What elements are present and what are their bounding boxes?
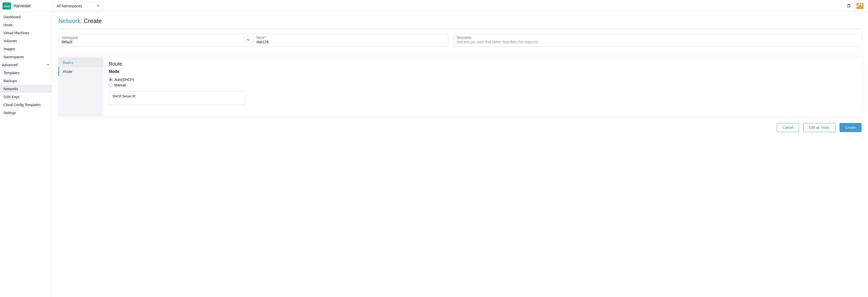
main-layout: Dashboard Hosts Virtual Machines Volumes…	[0, 12, 868, 297]
edit-as-yaml-button[interactable]: Edit as YAML	[803, 123, 836, 132]
page-title-prefix: Network:	[58, 18, 84, 24]
sidebar-item-cloud-config-templates[interactable]: Cloud Config Templates	[0, 101, 52, 109]
header-right	[846, 1, 865, 10]
content: Network: Create Namespace default Name *	[52, 12, 868, 297]
chevron-down-icon	[97, 4, 100, 8]
namespace-value: default	[62, 40, 72, 44]
svg-rect-1	[857, 3, 859, 5]
dhcp-server-ip-field[interactable]: DHCP Server IP	[109, 91, 246, 105]
radio-icon	[109, 84, 112, 87]
sidebar-item-namespaces[interactable]: Namespaces	[0, 53, 52, 61]
description-label: Description	[457, 36, 858, 39]
namespace-field[interactable]: Namespace default	[59, 34, 253, 46]
name-field[interactable]: Name *	[253, 34, 447, 46]
config-panel: Basics Route Route Mode Auto(DHCP) Manua…	[58, 57, 862, 117]
mode-option-manual[interactable]: Manual	[109, 82, 856, 88]
route-heading: Route	[109, 61, 856, 67]
name-input[interactable]	[256, 40, 444, 44]
svg-rect-3	[862, 3, 864, 6]
app-header: Harvester All Namespaces	[0, 0, 868, 12]
brand-name: Harvester	[13, 4, 31, 8]
radio-icon	[109, 78, 112, 81]
name-label: Name *	[256, 36, 444, 39]
sidebar-item-virtual-machines[interactable]: Virtual Machines	[0, 29, 52, 37]
footer-actions: Cancel Edit as YAML Create	[58, 123, 862, 132]
description-input[interactable]	[457, 40, 858, 44]
svg-rect-2	[860, 3, 861, 4]
namespace-label: Namespace	[62, 36, 250, 39]
field-group-description: Description	[454, 34, 862, 47]
sidebar-item-networks[interactable]: Networks	[0, 85, 52, 93]
sidebar-group-advanced[interactable]: Advanced	[0, 61, 52, 69]
svg-rect-5	[859, 5, 862, 6]
description-field[interactable]: Description	[454, 34, 861, 46]
field-group-namespace-name: Namespace default Name *	[58, 34, 448, 47]
page-title: Network: Create	[58, 18, 862, 25]
divider	[58, 29, 862, 29]
copy-config-icon[interactable]	[846, 3, 851, 8]
mode-option-auto[interactable]: Auto(DHCP)	[109, 77, 856, 82]
mode-option-auto-label: Auto(DHCP)	[114, 78, 134, 81]
brand: Harvester	[2, 2, 50, 9]
page-title-action: Create	[84, 18, 102, 24]
svg-rect-4	[857, 6, 864, 9]
sidebar-item-ssh-keys[interactable]: SSH Keys	[0, 93, 52, 101]
tab-body-route: Route Mode Auto(DHCP) Manual DHCP Server…	[103, 57, 862, 117]
mode-heading: Mode	[109, 69, 856, 74]
config-tabs: Basics Route	[58, 57, 103, 117]
tab-basics[interactable]: Basics	[58, 58, 103, 67]
sidebar-item-settings[interactable]: Settings	[0, 109, 52, 117]
required-indicator: *	[265, 36, 267, 39]
namespace-selector[interactable]: All Namespaces	[54, 2, 103, 10]
svg-rect-0	[847, 5, 849, 7]
namespace-selector-value: All Namespaces	[57, 4, 82, 8]
rancher-logo-icon[interactable]	[856, 1, 865, 10]
sidebar-item-backups[interactable]: Backups	[0, 77, 52, 85]
create-button[interactable]: Create	[840, 123, 862, 132]
sidebar-item-dashboard[interactable]: Dashboard	[0, 13, 52, 21]
tab-route[interactable]: Route	[58, 67, 103, 76]
sidebar-item-templates[interactable]: Templates	[0, 69, 52, 77]
harvester-logo-icon	[2, 2, 11, 9]
chevron-up-icon	[47, 63, 49, 67]
sidebar-item-images[interactable]: Images	[0, 45, 52, 53]
sidebar: Dashboard Hosts Virtual Machines Volumes…	[0, 12, 52, 297]
mode-option-manual-label: Manual	[114, 83, 126, 87]
form-row: Namespace default Name * Description	[58, 34, 862, 47]
sidebar-item-hosts[interactable]: Hosts	[0, 21, 52, 29]
dhcp-server-ip-label: DHCP Server IP	[113, 95, 135, 98]
sidebar-item-volumes[interactable]: Volumes	[0, 37, 52, 45]
cancel-button[interactable]: Cancel	[777, 123, 799, 132]
